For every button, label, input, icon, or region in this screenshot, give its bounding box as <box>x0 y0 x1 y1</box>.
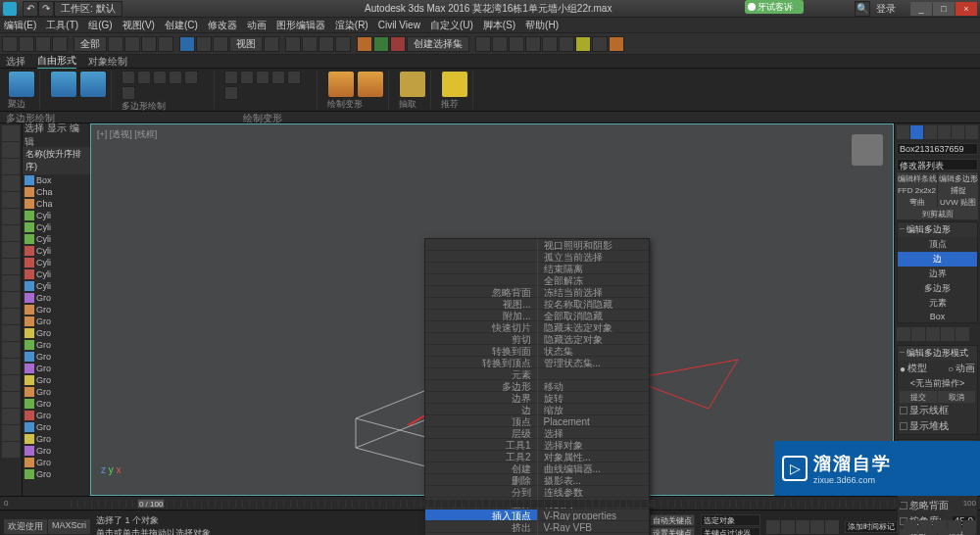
ribbon-tab-paint[interactable]: 对象绘制 <box>88 55 127 69</box>
left-tool-icon[interactable] <box>2 225 20 241</box>
context-item[interactable]: 元素 <box>425 368 537 380</box>
paint-deform-icon[interactable] <box>327 71 355 98</box>
context-item[interactable] <box>425 263 537 274</box>
context-item[interactable]: 对象属性... <box>538 451 650 462</box>
ribbon-tool-icon[interactable] <box>79 71 107 98</box>
spinner-snap-icon[interactable] <box>335 36 351 52</box>
menu-help[interactable]: 帮助(H) <box>525 19 559 32</box>
context-item[interactable]: 缩放 <box>538 404 650 415</box>
menu-view[interactable]: 视图(V) <box>122 19 155 32</box>
undo-icon[interactable]: ↶ <box>23 1 38 17</box>
render-icon[interactable] <box>609 36 624 52</box>
show-stack-checkbox[interactable]: 显示堆栈 <box>909 419 949 433</box>
tool-icon[interactable] <box>373 36 389 52</box>
menu-group[interactable]: 组(G) <box>88 19 112 32</box>
ribbon-tab-select[interactable]: 选择 <box>6 55 25 69</box>
maximize-button[interactable]: □ <box>933 2 955 16</box>
context-item[interactable] <box>538 368 650 380</box>
stack-icon[interactable] <box>926 327 940 341</box>
goto-end-icon[interactable] <box>825 520 839 534</box>
context-item[interactable]: 层级 <box>425 427 537 439</box>
login-link[interactable]: 登录 <box>876 2 896 16</box>
context-item[interactable]: 选择 <box>538 427 650 439</box>
context-item[interactable]: 结束隔离 <box>538 263 650 274</box>
context-item[interactable]: 管理状态集... <box>538 357 650 368</box>
create-tab-icon[interactable] <box>897 125 909 139</box>
key-target-dropdown[interactable]: 选定对象 <box>701 514 760 526</box>
redo-icon[interactable] <box>19 36 34 52</box>
menu-animation[interactable]: 动画 <box>247 19 267 32</box>
refcoord-dropdown[interactable]: 视图 <box>229 36 263 52</box>
scene-item[interactable]: Cyli <box>23 257 90 268</box>
menu-graph[interactable]: 图形编辑器 <box>276 19 325 32</box>
paint-deform-icon[interactable] <box>357 71 384 98</box>
window-cross-icon[interactable] <box>158 36 173 52</box>
menu-tools[interactable]: 工具(T) <box>46 19 78 32</box>
context-item[interactable]: 工具1 <box>425 439 537 451</box>
menu-modifiers[interactable]: 修改器 <box>208 19 237 32</box>
redo-icon[interactable]: ↷ <box>38 1 54 17</box>
scene-list[interactable]: BoxChaChaCyliCyliCyliCyliCyliCyliCyliGro… <box>23 174 90 508</box>
context-item[interactable]: 移动 <box>538 380 650 392</box>
stack-icon[interactable] <box>956 327 969 341</box>
undo-icon[interactable] <box>2 36 18 52</box>
stack-icon[interactable] <box>941 327 955 341</box>
ribbon-tool-icon[interactable] <box>240 71 254 84</box>
context-item[interactable] <box>425 251 537 263</box>
context-item[interactable]: 选择对象 <box>538 439 650 451</box>
mod-button[interactable]: 编辑多边形 <box>938 172 978 184</box>
mod-button[interactable]: UVW 贴图 <box>938 196 978 208</box>
orbit-icon[interactable] <box>948 520 961 534</box>
modify-tab-icon[interactable] <box>910 125 923 139</box>
scene-item[interactable]: Cyli <box>23 245 90 257</box>
time-tag-input[interactable]: 添加时间标记 <box>845 521 898 533</box>
context-item[interactable]: 转换到顶点 <box>425 357 537 368</box>
hierarchy-tab-icon[interactable] <box>924 125 937 139</box>
prev-frame-icon[interactable] <box>781 520 795 534</box>
scene-item[interactable]: Gro <box>23 398 90 410</box>
selection-filter-dropdown[interactable]: 全部 <box>74 36 107 52</box>
close-button[interactable]: × <box>956 2 977 16</box>
left-tool-icon[interactable] <box>2 192 20 208</box>
left-tool-icon[interactable] <box>2 292 20 308</box>
scene-item[interactable]: Gro <box>23 433 90 445</box>
display-tab-icon[interactable] <box>952 125 964 139</box>
context-item[interactable]: 挤出 <box>425 521 537 533</box>
context-item[interactable]: 连线参数 <box>538 486 650 498</box>
ribbon-tool-icon[interactable] <box>153 71 167 84</box>
context-item[interactable]: 按名称取消隐藏 <box>538 298 650 310</box>
context-item[interactable] <box>425 274 537 286</box>
play-icon[interactable] <box>796 520 809 534</box>
context-item[interactable]: 冻结当前选择 <box>538 286 650 298</box>
scene-item[interactable]: Cyli <box>23 233 90 245</box>
menu-script[interactable]: 脚本(S) <box>483 19 515 32</box>
curve-editor-icon[interactable] <box>525 36 541 52</box>
mod-button[interactable]: 捕捉 <box>938 184 978 196</box>
key-filter-button[interactable]: 关键点过滤器... <box>701 527 760 535</box>
left-tool-icon[interactable] <box>2 175 20 191</box>
render-frame-icon[interactable] <box>592 36 608 52</box>
scene-item[interactable]: Cyli <box>23 210 90 221</box>
cancel-button[interactable]: 取消 <box>938 391 975 403</box>
context-item[interactable]: 曲线编辑器... <box>538 462 650 474</box>
mod-button[interactable]: 弯曲 <box>897 196 937 208</box>
brush-icon[interactable] <box>441 71 468 98</box>
left-tool-icon[interactable] <box>2 159 20 174</box>
viewport[interactable]: [+] [透视] [线框] z y x 忽略背面视图...附加...快速切片剪切… <box>90 123 894 496</box>
menu-custom[interactable]: 自定义(U) <box>430 19 473 32</box>
context-item[interactable]: 分到 <box>425 486 537 498</box>
context-item[interactable]: 附加... <box>425 310 537 321</box>
scene-item[interactable]: Gro <box>23 410 90 421</box>
percent-snap-icon[interactable] <box>318 36 334 52</box>
schematic-icon[interactable] <box>542 36 558 52</box>
ribbon-tool-icon[interactable] <box>224 71 238 84</box>
scene-item[interactable]: Gro <box>23 468 90 480</box>
context-item[interactable]: 边界 <box>425 392 537 404</box>
left-tool-icon[interactable] <box>2 425 20 441</box>
rotate-icon[interactable] <box>196 36 212 52</box>
mod-button[interactable]: FFD 2x2x2 <box>897 184 937 196</box>
search-icon[interactable]: 🔍 <box>855 1 870 17</box>
zoom-all-icon[interactable] <box>918 520 932 534</box>
ribbon-tool-icon[interactable] <box>122 86 135 100</box>
scale-icon[interactable] <box>213 36 228 52</box>
